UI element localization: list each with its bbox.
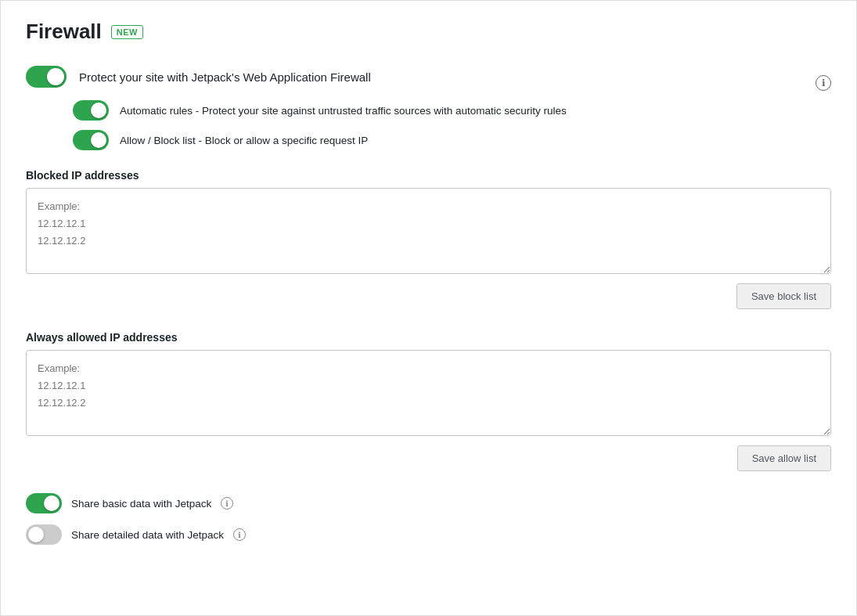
save-block-list-button[interactable]: Save block list <box>736 283 831 309</box>
main-toggle-row: Protect your site with Jetpack's Web App… <box>26 66 831 100</box>
save-allow-list-row: Save allow list <box>26 445 831 471</box>
detailed-data-thumb <box>28 527 44 542</box>
data-sharing-section: Share basic data with Jetpack ℹ Share de… <box>26 493 831 545</box>
allow-block-list-track <box>73 130 109 150</box>
automatic-rules-track <box>73 100 109 121</box>
basic-data-row: Share basic data with Jetpack ℹ <box>26 493 831 513</box>
page-header: Firewall NEW <box>26 20 831 44</box>
page-title: Firewall <box>26 20 102 44</box>
save-allow-list-button[interactable]: Save allow list <box>737 445 831 471</box>
detailed-data-info-icon[interactable]: ℹ <box>233 528 246 541</box>
page-container: Firewall NEW Protect your site with Jetp… <box>0 0 857 616</box>
allow-block-list-label: Allow / Block list - Block or allow a sp… <box>120 135 368 146</box>
detailed-data-row: Share detailed data with Jetpack ℹ <box>26 524 831 545</box>
main-toggle-thumb <box>47 68 64 85</box>
basic-data-info-icon[interactable]: ℹ <box>221 497 233 510</box>
automatic-rules-toggle[interactable] <box>73 100 109 121</box>
main-toggle-area: Protect your site with Jetpack's Web App… <box>26 66 816 88</box>
new-badge: NEW <box>111 25 143 39</box>
automatic-rules-thumb <box>91 103 106 118</box>
allow-block-list-toggle[interactable] <box>73 130 109 150</box>
basic-data-toggle[interactable] <box>26 493 62 513</box>
basic-data-label: Share basic data with Jetpack <box>71 498 211 510</box>
automatic-rules-label: Automatic rules - Protect your site agai… <box>120 105 567 117</box>
blocked-ip-textarea[interactable] <box>26 188 831 274</box>
allowed-ip-label: Always allowed IP addresses <box>26 331 831 344</box>
main-toggle-track <box>26 66 67 88</box>
main-firewall-toggle[interactable] <box>26 66 67 88</box>
allowed-ip-section: Always allowed IP addresses Save allow l… <box>26 331 831 471</box>
allow-block-list-thumb <box>91 132 106 148</box>
save-block-list-row: Save block list <box>26 283 831 309</box>
main-info-icon[interactable]: ℹ <box>816 75 831 91</box>
sub-option-automatic-rules: Automatic rules - Protect your site agai… <box>73 100 831 121</box>
detailed-data-label: Share detailed data with Jetpack <box>71 529 224 541</box>
basic-data-thumb <box>44 495 59 511</box>
allowed-ip-textarea[interactable] <box>26 350 831 436</box>
detailed-data-toggle[interactable] <box>26 524 62 545</box>
blocked-ip-label: Blocked IP addresses <box>26 169 831 182</box>
main-toggle-label: Protect your site with Jetpack's Web App… <box>79 70 371 84</box>
basic-data-track <box>26 493 62 513</box>
blocked-ip-section: Blocked IP addresses Save block list <box>26 169 831 309</box>
sub-options: Automatic rules - Protect your site agai… <box>73 100 831 150</box>
detailed-data-track <box>26 524 62 545</box>
sub-option-allow-block-list: Allow / Block list - Block or allow a sp… <box>73 130 831 150</box>
